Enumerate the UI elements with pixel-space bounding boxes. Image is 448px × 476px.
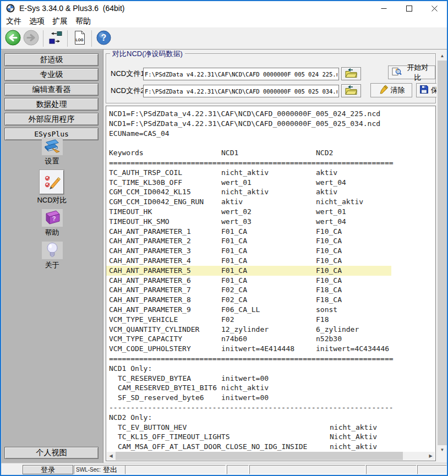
menu-item-file[interactable]: 文件	[4, 15, 26, 28]
log-button[interactable]: LOG	[70, 29, 89, 48]
output-line: VCM_CODE_UPHOLSTERYinitwert=4E414448init…	[106, 344, 435, 354]
close-button[interactable]	[422, 1, 447, 15]
tool-help[interactable]: ?帮助	[42, 209, 63, 238]
ncd1-cell: initwert=4E414448	[221, 344, 294, 354]
menu-item-options[interactable]: 选项	[27, 15, 49, 28]
maximize-button[interactable]	[396, 1, 422, 15]
output-line: CGM_CCM_ID0042_KL15nicht_aktivaktiv	[106, 187, 435, 197]
svg-text:LOG: LOG	[75, 38, 83, 42]
ncd2-cell: F10_CA	[316, 236, 342, 246]
ncd2-cell: NCD2	[316, 148, 333, 158]
ncd-compare-icon	[40, 170, 64, 194]
title-bar: E-Sys 3.34.0 & Plus3.6 (64bit)	[1, 1, 447, 15]
back-button[interactable]	[4, 29, 22, 48]
clear-button[interactable]: 清除	[370, 83, 412, 97]
ncd2-cell: wert_01	[316, 207, 346, 217]
ncd1-cell: initwert=00	[221, 393, 269, 403]
back-icon	[5, 30, 21, 48]
tool-about[interactable]: 关于	[42, 242, 63, 270]
ncd2-cell: F10_CA	[316, 256, 342, 266]
brush-icon	[378, 85, 389, 96]
scroll-right-arrow-icon[interactable]: ▶	[427, 452, 435, 460]
tool-label: 设置	[45, 156, 59, 166]
output-line-selected: CAH_ANT_PARAMETER_5F01_CAF10_CA	[106, 266, 435, 276]
save-button[interactable]: 保存	[416, 83, 436, 97]
keyword-cell: NCD1=F:\PSdZData_v4.22.31\CAF\NCD\CAFD_0…	[109, 119, 380, 129]
browse-file1-button[interactable]	[341, 67, 361, 80]
personal-view-button[interactable]: 个人视图	[4, 447, 99, 459]
tool-label: NCD对比	[37, 195, 67, 205]
separator-line: ========================================…	[109, 354, 394, 364]
scroll-down-arrow-icon[interactable]: ▼	[438, 445, 447, 455]
svg-text:?: ?	[101, 33, 107, 42]
status-panel	[125, 465, 226, 474]
sidebar-button-comfort[interactable]: 舒适级	[4, 53, 99, 66]
browse-file2-button[interactable]	[341, 84, 361, 97]
settings-icon	[42, 138, 63, 155]
scroll-up-arrow-icon[interactable]: ▲	[438, 51, 447, 61]
menu-item-extensions[interactable]: 扩展	[50, 15, 72, 28]
sidebar-button-external-apps[interactable]: 外部应用程序	[4, 113, 99, 125]
panel-vertical-scrollbar[interactable]: ▲ ▼	[438, 51, 447, 455]
ncd2-cell: nicht_aktiv	[330, 442, 377, 452]
clear-label: 清除	[391, 85, 405, 95]
sidebar-button-edit-viewer[interactable]: 编辑查看器	[4, 83, 99, 96]
ncd1-cell: NCD1	[221, 148, 238, 158]
ncd-file2-input[interactable]	[143, 85, 339, 97]
ncd-file1-input[interactable]	[143, 68, 339, 80]
output-line: ========================================…	[106, 158, 435, 168]
connection-button[interactable]	[46, 29, 64, 48]
logout-link[interactable]: 登出	[103, 465, 117, 475]
window-title: E-Sys 3.34.0 & Plus3.6 (64bit)	[19, 4, 124, 13]
output-line: VCM_TYPE_CAPACITYn74b60n52b30	[106, 334, 435, 344]
keyword-cell: NCD1 Only:	[109, 364, 152, 374]
main-panel: 对比NCD(净设码数据) NCD文件1: NCD文件2:	[103, 50, 447, 463]
keyword-cell: TC_KL15_OFF_TIMEOUT_LIGHTS	[118, 432, 230, 442]
output-lines: NCD1=F:\PSdZData_v4.22.31\CAF\NCD\CAFD_0…	[106, 109, 435, 452]
scroll-left-arrow-icon[interactable]: ◀	[107, 452, 115, 460]
menu-item-help[interactable]: 帮助	[73, 15, 95, 28]
minimize-button[interactable]	[371, 1, 396, 15]
output-line: CAH_ANT_PARAMETER_2F01_CAF10_CA	[106, 236, 435, 246]
forward-button[interactable]	[22, 29, 40, 48]
output-horizontal-scrollbar[interactable]: ◀ ▶	[107, 452, 435, 460]
ncd2-cell: aktiv	[316, 168, 337, 178]
keyword-cell: CAH_ANT_PARAMETER_7	[109, 285, 191, 295]
keyword-cell: CAH_ANT_PARAMETER_8	[109, 295, 191, 305]
login-button[interactable]: 登录	[23, 465, 73, 474]
toolbar-separator	[43, 30, 43, 47]
keyword-cell: TC_TIME_KL30B_OFF	[109, 178, 182, 188]
ncd1-cell: nicht_aktiv	[221, 187, 269, 197]
output-line: TC_KL15_OFF_TIMEOUT_LIGHTSNicht_Aktiv	[106, 432, 435, 442]
keyword-cell: VCM_TYPE_VEHICLE	[109, 315, 178, 325]
keyword-cell: NCD1=F:\PSdZData_v4.22.31\CAF\NCD\CAFD_0…	[109, 109, 380, 119]
ncd1-cell: F01_CA	[221, 246, 247, 256]
horizontal-scrollbar-thumb[interactable]	[116, 452, 403, 460]
keyword-cell: TIMEOUT_HK_SMO	[109, 217, 170, 227]
ncd1-cell: n74b60	[221, 334, 247, 344]
output-line: NCD1=F:\PSdZData_v4.22.31\CAF\NCD\CAFD_0…	[106, 109, 435, 119]
keyword-cell: TC_EV_BUTTON_HEV	[118, 423, 187, 433]
help-button[interactable]: ?	[95, 29, 113, 48]
output-line: KeywordsNCD1NCD2	[106, 148, 435, 158]
help-icon: ?	[42, 209, 63, 227]
ncd2-cell: nicht_aktiv	[330, 423, 377, 433]
tool-ncd-compare[interactable]: NCD对比	[37, 170, 67, 205]
ncd-file1-label: NCD文件1:	[111, 69, 146, 79]
ncd1-cell: 12_zylinder	[221, 325, 269, 335]
start-compare-button[interactable]: 开始对比	[388, 65, 435, 79]
vehicle-connection-icon	[48, 30, 63, 47]
ncd2-cell: F10_CA	[316, 227, 342, 237]
sidebar-button-data-processing[interactable]: 数据处理	[4, 98, 99, 111]
compare-output-area[interactable]: NCD1=F:\PSdZData_v4.22.31\CAF\NCD\CAFD_0…	[106, 106, 436, 461]
ncd2-cell: initwert=4C434446	[316, 344, 389, 354]
sidebar-button-professional[interactable]: 专业级	[4, 68, 99, 81]
vertical-scrollbar-thumb[interactable]	[438, 61, 447, 445]
output-line: SF_SD_reserved_byte6initwert=00	[106, 393, 435, 403]
menu-bar: 文件选项扩展帮助	[1, 15, 447, 28]
ncd1-cell: F02_CA	[221, 295, 247, 305]
swl-sec-panel: SWL-Sec: 登出	[74, 465, 129, 474]
save-label: 保存	[431, 85, 436, 95]
tool-settings[interactable]: 设置	[42, 138, 63, 166]
ncd2-cell: wert_04	[316, 217, 346, 227]
